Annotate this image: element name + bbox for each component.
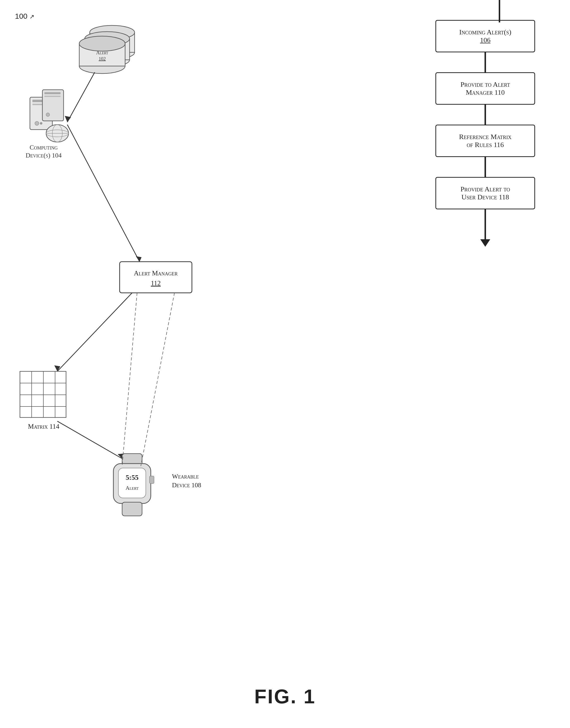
svg-marker-44	[118, 454, 123, 458]
svg-text:5:55: 5:55	[125, 473, 138, 481]
flow-box-incoming-alerts: Incoming Alert(s) 106	[436, 20, 535, 52]
svg-marker-12	[65, 116, 71, 122]
svg-point-16	[35, 121, 39, 125]
flow-box3-line2: of Rules 116	[467, 141, 504, 148]
svg-rect-14	[32, 100, 50, 102]
flow-box-provide-user-device: Provide Alert to User Device 118	[436, 177, 535, 209]
svg-marker-29	[136, 256, 141, 262]
svg-text:112: 112	[151, 279, 161, 287]
flow-box2-line2: Manager 110	[466, 88, 505, 96]
svg-rect-45	[122, 454, 142, 466]
flow-box2-line1: Provide to Alert	[461, 80, 510, 88]
svg-line-11	[67, 72, 95, 122]
svg-rect-4	[85, 39, 129, 60]
fig-label: FIG. 1	[254, 685, 315, 708]
flow-box4-line2: User Device 118	[462, 193, 509, 201]
svg-rect-51	[150, 476, 154, 483]
svg-rect-30	[119, 262, 192, 293]
svg-rect-35	[20, 371, 66, 417]
svg-text:102: 102	[99, 56, 106, 61]
ref-100-label: 100 ↗	[15, 12, 34, 20]
svg-point-5	[85, 32, 129, 46]
svg-marker-34	[54, 365, 60, 371]
flow-connector-3	[485, 157, 486, 177]
svg-line-54	[122, 293, 137, 466]
flow-box-provide-alert-manager: Provide to Alert Manager 110	[436, 72, 535, 105]
svg-text:Alert: Alert	[96, 50, 108, 55]
flow-box3-line1: Reference Matrix	[459, 133, 512, 140]
svg-rect-46	[113, 463, 151, 503]
svg-point-6	[79, 59, 125, 73]
flow-box4-line1: Provide Alert to	[461, 185, 510, 193]
svg-point-25	[46, 130, 68, 137]
svg-text:Matrix 114: Matrix 114	[28, 423, 59, 430]
flow-connector-1	[485, 52, 486, 72]
diagram-svg: Alert 102 Computing Device(s) 104 Alert …	[0, 0, 299, 673]
flow-box-reference-matrix: Reference Matrix of Rules 116	[436, 125, 535, 157]
svg-rect-13	[30, 97, 52, 129]
flow-connector-2	[485, 105, 486, 125]
svg-text:Device 108: Device 108	[172, 481, 201, 489]
flow-box1-ref: 106	[480, 36, 491, 44]
svg-point-2	[90, 25, 134, 39]
svg-rect-1	[90, 32, 134, 52]
svg-point-21	[46, 113, 50, 116]
flow-box1-line1: Incoming Alert(s)	[459, 28, 511, 36]
svg-point-22	[46, 125, 68, 142]
svg-text:Device(s) 104: Device(s) 104	[26, 152, 62, 159]
svg-text:Computing: Computing	[30, 144, 58, 151]
svg-text:Alert Manager: Alert Manager	[134, 270, 178, 277]
svg-line-28	[67, 125, 139, 262]
svg-point-0	[90, 45, 134, 59]
svg-line-43	[57, 421, 122, 458]
svg-rect-15	[32, 104, 50, 105]
flow-connector-4	[485, 209, 486, 239]
flow-top-line	[499, 0, 500, 22]
flow-arrow-down	[480, 239, 490, 247]
svg-rect-20	[44, 96, 60, 97]
svg-point-17	[40, 122, 42, 125]
svg-line-33	[57, 293, 132, 371]
svg-point-8	[79, 36, 125, 51]
svg-rect-47	[118, 468, 146, 498]
svg-rect-18	[42, 90, 63, 121]
svg-point-23	[52, 125, 62, 142]
svg-rect-19	[44, 92, 60, 94]
svg-text:Wearable: Wearable	[172, 473, 199, 480]
svg-line-55	[141, 293, 175, 466]
svg-rect-50	[122, 502, 142, 516]
flowchart: Incoming Alert(s) 106 Provide to Alert M…	[420, 20, 550, 247]
svg-point-3	[85, 53, 129, 67]
svg-rect-7	[79, 44, 125, 66]
svg-text:Alert: Alert	[125, 485, 138, 491]
